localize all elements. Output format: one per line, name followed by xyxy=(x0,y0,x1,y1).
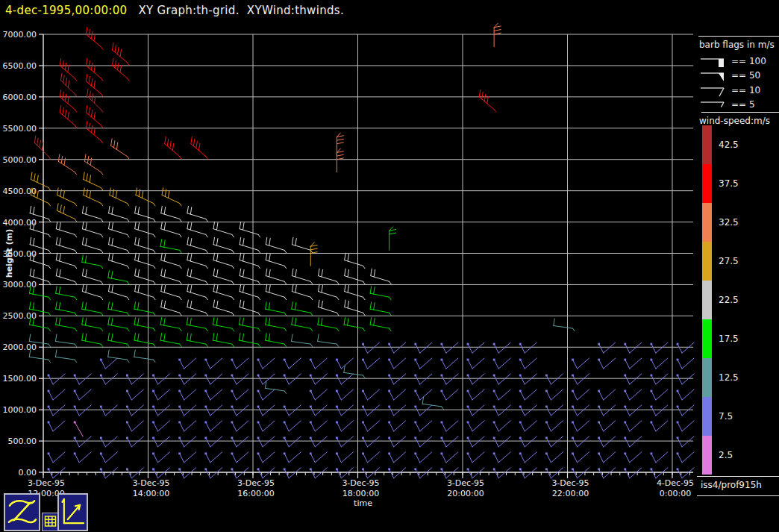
wind-barb xyxy=(82,206,102,222)
wind-barb xyxy=(213,269,234,284)
wind-barb xyxy=(74,374,91,384)
wind-barb xyxy=(152,405,169,416)
wind-barb xyxy=(204,374,222,384)
wind-barb xyxy=(126,389,143,400)
svg-text:3-Dec-95: 3-Dec-95 xyxy=(551,478,589,488)
wind-barb xyxy=(493,452,510,463)
wind-barb xyxy=(624,342,641,353)
wind-barb xyxy=(371,269,391,284)
legend-item-label: == 100 xyxy=(731,56,766,66)
svg-text:3-Dec-95: 3-Dec-95 xyxy=(28,478,65,488)
wind-barb xyxy=(82,302,103,316)
wind-barb xyxy=(160,240,181,253)
wind-barb xyxy=(109,237,129,253)
wind-barb xyxy=(310,374,327,384)
wind-barb xyxy=(414,452,431,463)
wind-barb xyxy=(112,43,128,66)
wind-barb xyxy=(111,139,129,159)
wind-barb xyxy=(213,237,234,253)
wind-barb xyxy=(134,350,155,363)
wind-barb xyxy=(651,452,668,463)
wind-barb xyxy=(48,452,65,463)
wind-barb xyxy=(240,284,260,300)
wind-barb xyxy=(82,334,103,347)
wind-barb xyxy=(292,237,312,253)
wind-barb xyxy=(231,421,248,431)
wind-barb xyxy=(160,334,181,347)
wind-barb xyxy=(135,206,155,222)
wind-barb xyxy=(519,436,536,447)
wind-barb xyxy=(441,342,458,353)
wind-barb xyxy=(388,421,405,431)
wind-barb xyxy=(284,436,301,447)
wind-barb xyxy=(545,436,563,447)
wind-barb xyxy=(187,269,207,284)
svg-text:22:00:00: 22:00:00 xyxy=(552,489,589,498)
wind-barb xyxy=(651,405,668,416)
wind-barb xyxy=(345,284,365,300)
svg-text:1500.00: 1500.00 xyxy=(3,374,37,384)
wind-barb xyxy=(572,452,589,463)
wind-barb xyxy=(100,436,117,447)
wind-barb xyxy=(266,334,287,347)
wind-barb xyxy=(134,302,155,316)
grid-lines xyxy=(43,34,693,472)
svg-text:3-Dec-95: 3-Dec-95 xyxy=(447,478,484,488)
wind-barb xyxy=(336,405,353,416)
wind-barb xyxy=(161,284,181,300)
wind-barb xyxy=(441,468,458,478)
wind-profile-plot[interactable]: 7000.006500.006000.005500.005000.004500.… xyxy=(0,0,779,532)
wind-barb xyxy=(519,468,536,478)
wind-barb xyxy=(100,358,117,369)
wind-barb xyxy=(86,28,102,50)
wind-barb xyxy=(519,452,536,463)
zebra-logo-button[interactable] xyxy=(4,493,40,531)
wind-barb xyxy=(135,237,155,253)
wind-barb xyxy=(48,389,65,400)
wind-barb xyxy=(161,222,181,237)
wind-barb xyxy=(284,374,301,384)
wind-barb xyxy=(213,284,234,300)
wind-barb xyxy=(204,452,222,463)
colorbar-label: 42.5 xyxy=(719,140,756,150)
wind-barb xyxy=(48,405,65,416)
wind-barb xyxy=(56,269,76,284)
wind-barb xyxy=(257,468,275,478)
svg-text:1000.00: 1000.00 xyxy=(3,405,37,415)
wind-barb xyxy=(319,284,339,300)
colorbar-label: 37.5 xyxy=(719,178,756,189)
legend-item-100: == 100 xyxy=(698,54,766,69)
colorbar-label: 7.5 xyxy=(719,411,756,422)
wind-barb xyxy=(266,302,287,316)
wind-barb xyxy=(178,374,195,384)
colorbar-block-22.5 xyxy=(702,281,712,319)
wind-barb xyxy=(82,318,103,331)
wind-barb xyxy=(240,334,260,347)
wind-barb xyxy=(624,358,641,369)
wind-barb xyxy=(231,358,248,369)
svg-text:2500.00: 2500.00 xyxy=(3,311,37,321)
wind-barb xyxy=(414,405,431,416)
wind-barb xyxy=(677,436,694,447)
wind-barb xyxy=(493,342,510,353)
wind-barb xyxy=(257,436,275,447)
wind-barb xyxy=(441,452,458,463)
wind-barb xyxy=(257,421,275,431)
wind-barb xyxy=(152,468,169,478)
xy-plot-tool-button[interactable] xyxy=(57,493,88,531)
wind-barb xyxy=(109,222,129,237)
app-window: 4-dec-1995,00:00:00XY Graph:th-grid. XYW… xyxy=(0,0,779,532)
wind-barb xyxy=(82,222,102,237)
grid-tool-button[interactable] xyxy=(42,513,59,531)
wind-barb xyxy=(292,334,313,347)
wind-barb xyxy=(414,436,431,447)
wind-barb xyxy=(108,334,129,347)
wind-barb xyxy=(598,421,615,431)
svg-text:5500.00: 5500.00 xyxy=(3,124,37,134)
wind-barb xyxy=(204,358,222,369)
wind-barb xyxy=(677,405,694,416)
wind-barb xyxy=(310,421,327,431)
wind-barb xyxy=(572,389,589,400)
wind-barb xyxy=(651,389,668,400)
wind-barb xyxy=(187,300,207,316)
